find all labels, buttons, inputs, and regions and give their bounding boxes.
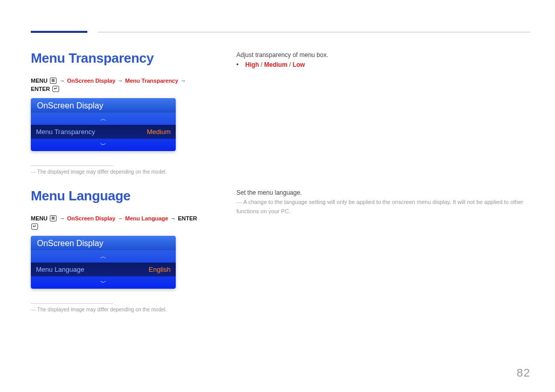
osd-row-label: Menu Language (36, 266, 84, 273)
osd-row-language[interactable]: Menu Language English (31, 263, 176, 276)
path-enter-label: ENTER (178, 215, 197, 221)
arrow-icon: → (170, 215, 176, 221)
option-high: High (245, 61, 259, 68)
accent-bar (31, 31, 87, 33)
path-seg-language: Menu Language (125, 215, 169, 221)
path-seg-onscreen: OnScreen Display (67, 215, 115, 221)
spacer (31, 175, 530, 188)
osd-title: OnScreen Display (31, 236, 176, 250)
divider (98, 32, 530, 32)
desc-transparency: Adjust transparency of menu box. (236, 50, 530, 60)
enter-icon: ↵ (31, 223, 38, 230)
osd-body: ︿ Menu Language English ﹀ (31, 250, 176, 289)
page-number: 82 (517, 366, 530, 380)
path-seg-transparency: Menu Transparency (125, 78, 178, 84)
osd-title: OnScreen Display (31, 98, 176, 113)
menu-icon: ⊞ (50, 215, 57, 221)
arrow-icon: → (59, 215, 65, 221)
path-menu-label: MENU (31, 78, 47, 84)
option-medium: Medium (264, 61, 287, 68)
right-column-transparency: Adjust transparency of menu box. High / … (236, 50, 530, 175)
arrow-icon: → (118, 215, 123, 221)
arrow-icon: → (180, 78, 186, 84)
page: Menu Transparency MENU ⊞ → OnScreen Disp… (0, 0, 555, 392)
option-low: Low (292, 61, 305, 68)
heading-menu-transparency: Menu Transparency (31, 50, 206, 66)
footnote-transparency: The displayed image may differ depending… (31, 169, 206, 175)
osd-panel-language: OnScreen Display ︿ Menu Language English… (31, 236, 176, 289)
note-language: A change to the language setting will on… (236, 198, 530, 216)
footnote-language: The displayed image may differ depending… (31, 307, 206, 312)
osd-row-value: Medium (147, 128, 171, 136)
top-rule (31, 31, 530, 36)
osd-row-transparency[interactable]: Menu Transparency Medium (31, 125, 176, 139)
chevron-up-icon[interactable]: ︿ (31, 113, 176, 125)
arrow-icon: → (59, 78, 65, 84)
footnote-divider (31, 165, 113, 166)
osd-body: ︿ Menu Transparency Medium ﹀ (31, 113, 176, 151)
enter-icon: ↵ (52, 86, 59, 92)
path-seg-onscreen: OnScreen Display (67, 78, 115, 84)
left-column: Menu Language MENU ⊞ → OnScreen Display … (31, 188, 206, 312)
chevron-up-icon[interactable]: ︿ (31, 250, 176, 263)
heading-menu-language: Menu Language (31, 188, 206, 204)
nav-path-transparency: MENU ⊞ → OnScreen Display → Menu Transpa… (31, 78, 206, 92)
left-column: Menu Transparency MENU ⊞ → OnScreen Disp… (31, 50, 206, 175)
path-enter-label: ENTER (31, 86, 50, 92)
right-column-language: Set the menu language. A change to the l… (236, 188, 530, 312)
desc-language: Set the menu language. (236, 188, 530, 198)
section-menu-language: Menu Language MENU ⊞ → OnScreen Display … (31, 188, 530, 312)
chevron-down-icon[interactable]: ﹀ (31, 276, 176, 289)
osd-row-value: English (149, 266, 171, 273)
arrow-icon: → (118, 78, 123, 84)
footnote-divider (31, 303, 113, 304)
chevron-down-icon[interactable]: ﹀ (31, 139, 176, 151)
osd-panel-transparency: OnScreen Display ︿ Menu Transparency Med… (31, 98, 176, 151)
section-menu-transparency: Menu Transparency MENU ⊞ → OnScreen Disp… (31, 50, 530, 175)
menu-icon: ⊞ (50, 78, 57, 84)
options-transparency: High / Medium / Low (236, 60, 530, 70)
path-menu-label: MENU (31, 215, 47, 221)
osd-row-label: Menu Transparency (36, 128, 95, 136)
nav-path-language: MENU ⊞ → OnScreen Display → Menu Languag… (31, 215, 206, 230)
